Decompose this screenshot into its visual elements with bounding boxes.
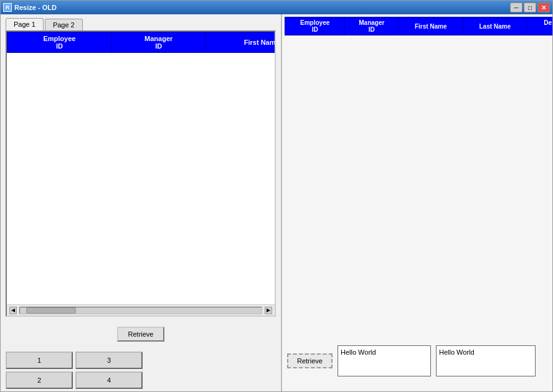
hello-world-input-text[interactable]: Hello World — [439, 348, 475, 356]
left-panel: Page 1 Page 2 EmployeeID ManagerID First… — [1, 14, 281, 391]
grid-button-3[interactable]: 3 — [75, 352, 143, 369]
minimize-button[interactable]: ─ — [510, 2, 522, 12]
maximize-button[interactable]: □ — [524, 2, 536, 12]
retrieve-area: Retrieve — [1, 322, 281, 349]
tab-page1[interactable]: Page 1 — [6, 18, 44, 30]
window-title: Resize - OLD — [14, 4, 57, 11]
left-col-employee-id: EmployeeID — [7, 32, 112, 53]
grid-button-2[interactable]: 2 — [6, 371, 73, 389]
grid-button-1[interactable]: 1 — [6, 352, 73, 369]
left-col-manager-id: ManagerID — [111, 32, 206, 53]
tab-bar: Page 1 Page 2 — [1, 14, 281, 30]
hello-world-text: Hello World — [341, 348, 376, 356]
horizontal-scrollbar[interactable]: ◀ ▶ — [7, 304, 275, 315]
left-col-first-name: First Name — [206, 32, 275, 53]
close-button[interactable]: ✕ — [537, 2, 550, 12]
right-table-area[interactable]: EmployeeID ManagerID First Name Last Nam… — [285, 17, 552, 333]
bottom-right: Retrieve Hello World Hello World — [285, 333, 552, 389]
right-col-employee-id: EmployeeID — [285, 17, 345, 35]
grid-button-4[interactable]: 4 — [75, 371, 143, 389]
window-icon: R — [3, 3, 12, 12]
hello-world-input-box[interactable]: Hello World — [436, 345, 536, 376]
scroll-left-arrow[interactable]: ◀ — [9, 307, 17, 314]
retrieve-button[interactable]: Retrieve — [117, 327, 165, 342]
title-bar-buttons: ─ □ ✕ — [510, 2, 550, 12]
bottom-grid: 1 3 2 4 — [6, 352, 143, 389]
left-table: EmployeeID ManagerID First Name — [7, 32, 275, 53]
scrollbar-track[interactable] — [19, 307, 262, 314]
scroll-right-arrow[interactable]: ▶ — [265, 307, 272, 314]
left-table-container[interactable]: EmployeeID ManagerID First Name — [7, 32, 275, 304]
bottom-left: 1 3 2 4 — [1, 349, 281, 391]
right-col-manager-id: ManagerID — [345, 17, 399, 35]
right-col-last-name: Last Name — [463, 17, 527, 35]
right-col-department-id: DepartmentID — [527, 17, 552, 35]
main-content: Page 1 Page 2 EmployeeID ManagerID First… — [1, 14, 552, 391]
main-window: R Resize - OLD ─ □ ✕ Page 1 Page 2 — [0, 0, 553, 392]
right-panel: EmployeeID ManagerID First Name Last Nam… — [282, 14, 552, 391]
right-table: EmployeeID ManagerID First Name Last Nam… — [285, 17, 552, 35]
retrieve-right-button[interactable]: Retrieve — [287, 353, 333, 368]
right-col-first-name: First Name — [399, 17, 463, 35]
scrollbar-thumb[interactable] — [26, 307, 76, 314]
title-bar: R Resize - OLD ─ □ ✕ — [1, 1, 552, 14]
title-bar-left: R Resize - OLD — [3, 3, 57, 12]
left-table-panel: EmployeeID ManagerID First Name ◀ — [6, 30, 276, 317]
hello-world-display: Hello World — [338, 345, 431, 376]
tab-page2[interactable]: Page 2 — [45, 19, 83, 30]
